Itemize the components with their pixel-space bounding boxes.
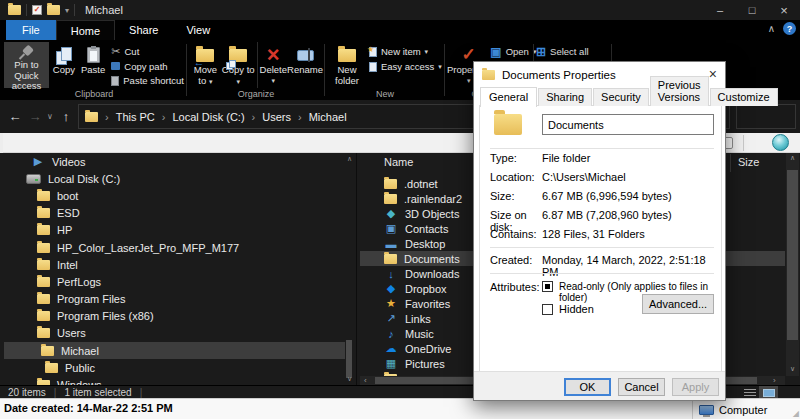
folder-icon	[37, 243, 50, 253]
paste-shortcut-icon	[111, 76, 119, 86]
sidebar-item-program-files-x86-[interactable]: Program Files (x86)	[4, 308, 345, 325]
dialog-tab-customize[interactable]: Customize	[710, 88, 778, 106]
scroll-left-icon[interactable]: ‹	[364, 376, 367, 385]
folder-icon	[37, 225, 50, 235]
close-button[interactable]: ×	[768, 0, 800, 20]
hidden-checkbox[interactable]	[542, 304, 553, 315]
shell-icon[interactable]	[772, 134, 789, 151]
search-input[interactable]	[736, 104, 796, 129]
sidebar-item-esd[interactable]: ESD	[4, 205, 345, 222]
paste-button[interactable]: Paste	[79, 42, 107, 88]
qat-dropdown-icon[interactable]: ▾	[65, 6, 69, 15]
scroll-up-icon[interactable]: ∧	[786, 154, 799, 162]
sidebar-item-videos[interactable]: ▶Videos	[4, 153, 345, 170]
divider: |	[140, 387, 143, 398]
scrollbar-thumb[interactable]	[346, 340, 352, 378]
recent-locations-icon[interactable]: ∨	[44, 100, 56, 133]
properties-dialog: Documents Properties × GeneralSharingSec…	[473, 61, 726, 401]
ok-button[interactable]: OK	[564, 378, 611, 396]
back-button[interactable]: ←	[6, 100, 24, 133]
folder-name-input[interactable]: Documents	[542, 114, 714, 135]
folder-icon	[85, 112, 98, 122]
sidebar-item-windows[interactable]: Windows	[4, 376, 345, 385]
sidebar-item-users[interactable]: Users	[4, 325, 345, 342]
copy-path-button[interactable]: Copy path	[111, 59, 184, 74]
help-icon[interactable]: ?	[783, 22, 796, 35]
sidebar-item-boot[interactable]: boot	[4, 187, 345, 204]
sidebar-item-hp[interactable]: HP	[4, 222, 345, 239]
dialog-close-icon[interactable]: ×	[709, 67, 717, 81]
scroll-down-icon[interactable]: ∨	[786, 365, 799, 373]
maximize-button[interactable]: □	[736, 0, 768, 20]
cut-button[interactable]: ✂ Cut	[111, 44, 184, 59]
sidebar-item-label: Program Files (x86)	[57, 310, 154, 322]
music-icon: ♪	[384, 328, 398, 340]
forward-button[interactable]: →	[26, 100, 44, 133]
info-value: 128 Files, 31 Folders	[542, 228, 645, 240]
tab-view[interactable]: View	[172, 20, 224, 40]
pin-to-quick-access-button[interactable]: Pin to Quick access	[4, 42, 49, 88]
cut-icon: ✂	[111, 45, 120, 58]
dialog-tab-security[interactable]: Security	[593, 88, 649, 106]
new-item-button[interactable]: ★ New item ▾	[369, 44, 442, 59]
easy-access-button[interactable]: Easy access ▾	[369, 59, 442, 74]
folder-icon	[37, 311, 50, 321]
sidebar-item-program-files[interactable]: Program Files	[4, 291, 345, 308]
apply-button[interactable]: Apply	[672, 378, 719, 396]
links-icon: ↗	[384, 312, 398, 325]
bottom-info-bar: Date created: 14-Mar-22 2:51 PM Computer…	[0, 398, 800, 419]
item-count: 20 items	[8, 387, 46, 398]
sidebar-scrollbar[interactable]: ∧ ∨	[345, 153, 354, 385]
sidebar-item-perflogs[interactable]: PerfLogs	[4, 273, 345, 290]
advanced-button[interactable]: Advanced...	[642, 294, 714, 314]
delete-button[interactable]: × Delete ▾	[259, 42, 287, 88]
tab-file[interactable]: File	[6, 20, 56, 40]
folder-icon	[37, 208, 50, 218]
open-button[interactable]: ▣ Open ▾	[490, 44, 536, 59]
select-all-button[interactable]: ⊞ Select all	[536, 44, 589, 59]
properties-qat-icon[interactable]: ✓	[32, 5, 42, 15]
file-name-label: Downloads	[405, 268, 459, 280]
dialog-tab-sharing[interactable]: Sharing	[538, 88, 592, 106]
dialog-tab-previous-versions[interactable]: Previous Versions	[650, 76, 709, 106]
paste-icon	[87, 47, 100, 63]
readonly-checkbox[interactable]	[542, 281, 553, 292]
sidebar-item-public[interactable]: Public	[4, 359, 345, 376]
divider	[490, 247, 714, 248]
collapse-ribbon-icon[interactable]: ∧	[768, 23, 775, 34]
paste-shortcut-button[interactable]: Paste shortcut	[111, 73, 184, 88]
tab-share[interactable]: Share	[115, 20, 172, 40]
scroll-down-icon[interactable]: ∨	[345, 375, 354, 383]
new-item-icon: ★	[369, 47, 377, 57]
cancel-button[interactable]: Cancel	[618, 378, 665, 396]
copy-to-button[interactable]: Copy to ▾	[222, 42, 255, 88]
resize-grip[interactable]: ◢	[793, 409, 799, 418]
tab-home[interactable]: Home	[56, 20, 115, 40]
divider: |	[54, 387, 57, 398]
divider	[324, 44, 325, 96]
breadcrumb-segment[interactable]: This PC	[116, 111, 155, 123]
breadcrumb-segment[interactable]: Michael	[309, 111, 347, 123]
sidebar-item-hp-color-laserjet-pro-mfp-m177[interactable]: HP_Color_LaserJet_Pro_MFP_M177	[4, 239, 345, 256]
up-button[interactable]: ↑	[58, 100, 74, 133]
ribbon-group-clipboard: Pin to Quick access Copy Paste ✂ Cut	[4, 40, 184, 100]
group-label-new: New	[327, 89, 443, 99]
rename-button[interactable]: Rename	[287, 42, 323, 88]
vertical-scrollbar[interactable]: ∧ ∨	[786, 153, 799, 376]
size-column-header[interactable]: Size	[738, 156, 759, 168]
scrollbar-thumb[interactable]	[787, 170, 798, 340]
sidebar-item-local-disk-c-[interactable]: Local Disk (C:)	[4, 170, 345, 187]
breadcrumb-segment[interactable]: Users	[262, 111, 291, 123]
sidebar-item-intel[interactable]: Intel	[4, 256, 345, 273]
minimize-button[interactable]: –	[704, 0, 736, 20]
new-folder-qat-icon[interactable]	[47, 5, 60, 15]
dialog-tab-general[interactable]: General	[480, 87, 537, 107]
name-column-header[interactable]: Name	[384, 156, 413, 168]
move-to-button[interactable]: ← Move to ▾	[189, 42, 222, 88]
new-folder-button[interactable]: New folder	[327, 42, 367, 88]
copy-button[interactable]: Copy	[49, 42, 79, 88]
scroll-up-icon[interactable]: ∧	[345, 155, 354, 163]
sidebar-item-michael[interactable]: Michael	[4, 342, 345, 359]
breadcrumb-segment[interactable]: Local Disk (C:)	[172, 111, 244, 123]
scroll-right-icon[interactable]: ›	[773, 376, 776, 385]
